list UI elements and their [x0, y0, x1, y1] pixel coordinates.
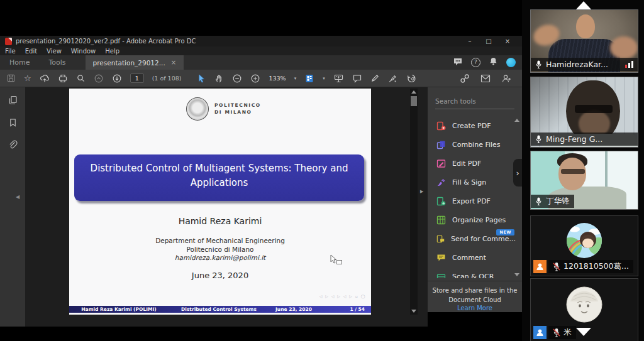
scan-ocr-icon — [436, 272, 446, 279]
sign-pen-icon[interactable] — [388, 73, 398, 83]
mouse-cursor — [330, 254, 343, 268]
participant-name: HamidrezaKar... — [546, 60, 608, 69]
tool-comment[interactable]: Comment — [428, 248, 516, 267]
main-toolbar: ☆ 1 (1 of 108) — [0, 70, 522, 87]
presentation-screen-icon[interactable] — [333, 73, 344, 84]
edit-pdf-icon — [436, 159, 446, 168]
zoom-in-icon[interactable] — [250, 73, 260, 84]
tool-create-pdf[interactable]: Create PDF — [428, 116, 516, 135]
save-icon[interactable] — [6, 73, 16, 83]
window-controls: – □ × — [460, 36, 517, 46]
tool-label: Scan & OCR — [452, 273, 494, 279]
invite-person-icon[interactable] — [501, 73, 512, 84]
share-link-icon[interactable] — [460, 73, 470, 84]
participants-scroll-up-icon[interactable] — [575, 1, 592, 10]
logo-line1: POLITECNICO — [214, 102, 261, 109]
footer-right: June 23, 2020 1 / 54 — [269, 306, 371, 313]
toolbar-share-cluster — [460, 73, 522, 84]
tool-send-for-comments[interactable]: NEW Send for Comme... — [428, 229, 516, 248]
tool-label: Send for Comme... — [451, 235, 516, 243]
collapse-left-pane-icon[interactable]: ◀ — [16, 194, 19, 200]
page-number-input[interactable]: 1 — [130, 73, 144, 83]
photo-shape — [610, 36, 638, 59]
participants-scroll-down-icon[interactable] — [576, 328, 591, 336]
slide-title-block: Distributed Control of Multiagent System… — [74, 154, 364, 201]
attendee-badge-icon — [533, 326, 547, 339]
next-page-icon[interactable] — [112, 73, 122, 84]
find-icon[interactable] — [76, 73, 86, 83]
page-view-icon[interactable] — [304, 73, 314, 84]
notifications-bell-icon[interactable] — [489, 57, 498, 68]
tab-tools[interactable]: Tools — [39, 55, 75, 70]
tool-fill-sign[interactable]: Fill & Sign — [428, 173, 516, 192]
tab-document-label: presentation_29012... — [93, 59, 165, 67]
collapse-tools-panel-chevron[interactable]: › — [513, 159, 522, 187]
participant-name-strip: 丁华锋 — [531, 195, 574, 208]
comment-bubble-icon[interactable] — [352, 73, 362, 84]
menu-window[interactable]: Window — [71, 48, 96, 55]
tool-organize-pages[interactable]: Organize Pages — [428, 210, 516, 229]
print-icon[interactable] — [58, 73, 68, 84]
scroll-up-arrow-icon[interactable] — [411, 90, 416, 94]
share-cloud-icon[interactable] — [40, 73, 50, 84]
email-icon[interactable] — [480, 74, 491, 83]
panel-scroll-up-icon[interactable] — [514, 119, 519, 122]
menu-edit[interactable]: Edit — [25, 48, 37, 55]
page-count-label: (1 of 108) — [152, 75, 182, 82]
participant-label-row: 米 — [533, 326, 576, 339]
hand-tool-icon[interactable] — [214, 73, 224, 84]
tool-scan-ocr[interactable]: Scan & OCR — [428, 267, 516, 278]
combine-files-icon — [436, 140, 446, 149]
tool-label: Combine Files — [452, 141, 501, 149]
search-tools-input[interactable]: Search tools — [435, 97, 514, 109]
tab-close-icon[interactable]: × — [171, 59, 176, 66]
bookmarks-icon[interactable] — [8, 117, 18, 130]
tools-list: Create PDF Combine Files Edit PDF Fill &… — [428, 116, 516, 278]
previous-page-icon[interactable] — [94, 73, 104, 84]
account-avatar[interactable] — [506, 58, 516, 67]
participant-name-strip: Ming-Feng G... — [531, 133, 638, 146]
new-badge: NEW — [496, 229, 514, 235]
tab-document[interactable]: presentation_29012... × — [86, 55, 184, 70]
participant-name-strip: 米 — [548, 326, 576, 339]
expand-panel-arrow-icon[interactable]: ▶ — [420, 189, 423, 194]
attachments-paperclip-icon[interactable] — [8, 139, 18, 152]
menu-view[interactable]: View — [47, 48, 62, 55]
favorite-star-icon[interactable]: ☆ — [24, 73, 31, 83]
maximize-button[interactable]: □ — [479, 36, 498, 46]
page-thumbnails-icon[interactable] — [8, 95, 18, 108]
learn-more-link[interactable]: Learn More — [428, 305, 522, 311]
tool-export-pdf[interactable]: Export PDF — [428, 192, 516, 210]
tool-edit-pdf[interactable]: Edit PDF — [428, 154, 516, 173]
tab-home[interactable]: Home — [0, 55, 39, 70]
zoom-out-icon[interactable] — [232, 73, 242, 84]
menu-file[interactable]: File — [5, 48, 16, 55]
feedback-bubble-icon[interactable] — [453, 57, 463, 69]
minimize-button[interactable]: – — [460, 36, 479, 46]
participant-tile-1[interactable]: HamidrezaKar... — [530, 9, 638, 73]
close-button[interactable]: × — [498, 36, 517, 46]
page-view-caret-icon[interactable]: ▾ — [323, 76, 325, 81]
document-scrollbar[interactable] — [410, 89, 418, 315]
send-track-icon[interactable] — [406, 73, 416, 84]
footer-page-number: 1 / 54 — [350, 306, 365, 313]
zoom-dropdown-caret-icon[interactable]: ▾ — [294, 76, 297, 81]
scrollbar-thumb[interactable] — [411, 96, 417, 106]
participant-tile-2[interactable]: Ming-Feng G... — [530, 77, 638, 148]
zoom-level-value[interactable]: 133% — [269, 75, 286, 82]
scroll-down-arrow-icon[interactable] — [411, 310, 416, 313]
participant-tile-4[interactable]: 1201810500葛... — [530, 215, 638, 276]
select-tool-icon[interactable] — [197, 73, 206, 84]
send-for-comments-icon — [436, 234, 445, 244]
participant-tile-3[interactable]: 丁华锋 — [530, 151, 638, 210]
tool-combine-files[interactable]: Combine Files — [428, 135, 516, 154]
panel-scroll-down-icon[interactable] — [514, 273, 519, 276]
menu-help[interactable]: Help — [105, 48, 119, 55]
highlight-pen-icon[interactable] — [370, 73, 380, 83]
photo-shape — [576, 14, 595, 38]
help-icon[interactable]: ? — [471, 58, 480, 67]
tab-bar: Home Tools presentation_29012... × ? — [0, 55, 522, 70]
footer-author: Hamid Reza Karimi (POLIMI) — [69, 306, 169, 313]
participant-name: 丁华锋 — [546, 196, 570, 207]
menu-bar: File Edit View Window Help — [0, 46, 522, 55]
